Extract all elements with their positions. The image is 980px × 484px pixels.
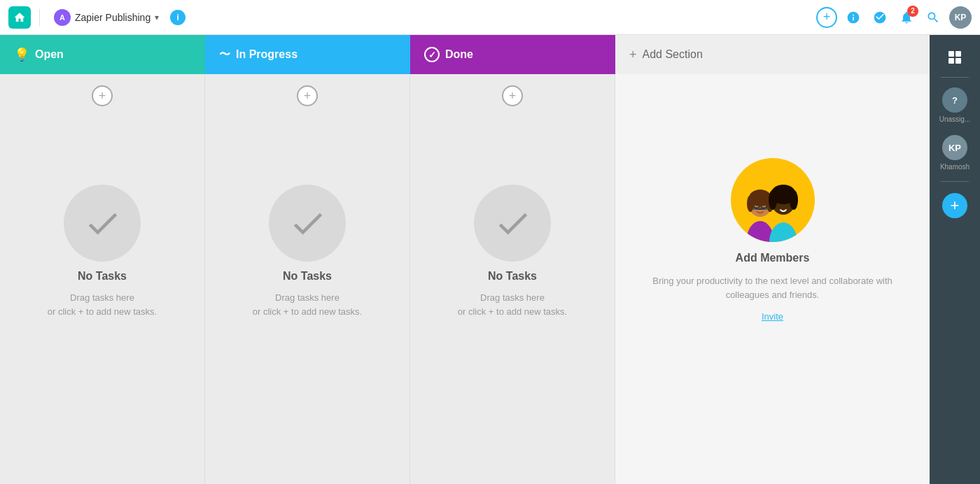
right-sidebar: ? Unassig... KP Khamosh + (930, 35, 980, 484)
unassigned-label: Unassig... (939, 115, 970, 124)
sidebar-user-kp-item[interactable]: KP Khamosh (930, 131, 980, 176)
add-section-plus-icon: + (629, 48, 637, 62)
columns-header: 💡 Open 〜 In Progress ✓ Done + Add Sectio… (0, 35, 930, 74)
column-done-label: Done (445, 48, 473, 61)
svg-point-9 (747, 195, 754, 212)
top-nav: A Zapier Publishing ▾ i + 2 KP (0, 0, 980, 35)
info-nav-button[interactable] (843, 7, 864, 28)
empty-state-done: No Tasks Drag tasks here or click + to a… (458, 185, 567, 318)
svg-point-11 (769, 222, 797, 242)
search-button[interactable] (923, 7, 944, 28)
svg-point-14 (769, 190, 777, 210)
sidebar-divider-1 (941, 77, 969, 78)
nav-divider-1 (39, 9, 40, 26)
empty-circle-done (474, 185, 551, 262)
add-task-open-button[interactable]: + (92, 85, 113, 106)
chevron-down-icon: ▾ (155, 13, 159, 22)
no-tasks-done-desc: Drag tasks here or click + to add new ta… (458, 291, 567, 318)
sidebar-kp-avatar: KP (942, 135, 967, 160)
empty-state-inprogress: No Tasks Drag tasks here or click + to a… (253, 185, 362, 318)
column-header-inprogress[interactable]: 〜 In Progress (205, 35, 410, 74)
bulb-icon: 💡 (14, 47, 29, 62)
pulse-icon: 〜 (219, 48, 230, 62)
add-task-nav-button[interactable]: + (816, 7, 837, 28)
no-tasks-inprogress-title: No Tasks (283, 270, 332, 283)
project-name: Zapier Publishing (75, 12, 150, 23)
sidebar-kp-label: Khamosh (940, 163, 969, 171)
column-open-label: Open (35, 48, 64, 61)
grid-icon (948, 51, 961, 64)
sidebar-grid-button[interactable] (941, 43, 969, 71)
info-button[interactable]: i (170, 10, 186, 25)
column-header-done[interactable]: ✓ Done (410, 35, 615, 74)
check-nav-button[interactable] (869, 7, 890, 28)
project-avatar: A (54, 9, 71, 26)
column-done: + No Tasks Drag tasks here or click + to… (410, 74, 615, 484)
no-tasks-open-desc: Drag tasks here or click + to add new ta… (48, 291, 157, 318)
add-members-title: Add Members (736, 252, 810, 264)
column-header-open[interactable]: 💡 Open (0, 35, 205, 74)
empty-circle-open (64, 185, 141, 262)
empty-circle-inprogress (269, 185, 346, 262)
add-members-desc: Bring your productivity to the next leve… (643, 274, 902, 301)
done-check-icon: ✓ (424, 47, 440, 62)
svg-point-15 (790, 190, 798, 210)
unassigned-avatar: ? (942, 87, 967, 113)
board-columns: + No Tasks Drag tasks here or click + to… (0, 74, 930, 484)
column-header-add[interactable]: + Add Section (615, 35, 930, 74)
add-members-panel: Add Members Bring your productivity to t… (629, 158, 916, 322)
no-tasks-inprogress-desc: Drag tasks here or click + to add new ta… (253, 291, 362, 318)
column-open: + No Tasks Drag tasks here or click + to… (0, 74, 205, 484)
project-selector[interactable]: A Zapier Publishing ▾ (48, 6, 164, 29)
add-task-inprogress-button[interactable]: + (297, 85, 318, 106)
board-area: 💡 Open 〜 In Progress ✓ Done + Add Sectio… (0, 35, 930, 484)
notification-button[interactable]: 2 (896, 7, 917, 28)
column-add-section: Add Members Bring your productivity to t… (615, 74, 930, 484)
home-button[interactable] (8, 6, 31, 29)
no-tasks-done-title: No Tasks (488, 270, 537, 283)
members-illustration (731, 158, 815, 242)
add-task-done-button[interactable]: + (502, 85, 523, 106)
notification-badge: 2 (907, 6, 918, 17)
sidebar-add-button[interactable]: + (942, 193, 967, 218)
no-tasks-open-title: No Tasks (78, 270, 127, 283)
sidebar-divider-2 (941, 181, 969, 182)
user-avatar-nav[interactable]: KP (949, 6, 972, 29)
sidebar-unassigned-item[interactable]: ? Unassig... (930, 83, 980, 128)
column-inprogress: + No Tasks Drag tasks here or click + to… (205, 74, 410, 484)
invite-link[interactable]: Invite (762, 311, 783, 322)
column-inprogress-label: In Progress (236, 48, 298, 61)
add-section-label: Add Section (643, 48, 703, 61)
empty-state-open: No Tasks Drag tasks here or click + to a… (48, 185, 157, 318)
main-layout: 💡 Open 〜 In Progress ✓ Done + Add Sectio… (0, 35, 980, 484)
